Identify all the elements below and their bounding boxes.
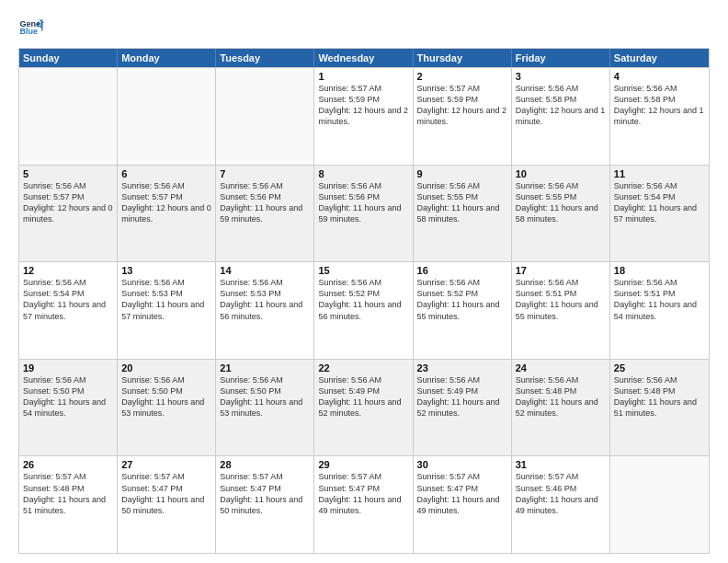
calendar-cell-9: 9Sunrise: 5:56 AM Sunset: 5:55 PM Daylig… bbox=[414, 166, 512, 262]
day-number: 30 bbox=[417, 459, 507, 470]
calendar-cell-16: 16Sunrise: 5:56 AM Sunset: 5:52 PM Dayli… bbox=[414, 262, 512, 359]
day-number: 3 bbox=[516, 71, 606, 82]
calendar-header: SundayMondayTuesdayWednesdayThursdayFrid… bbox=[19, 49, 709, 67]
weekday-header-saturday: Saturday bbox=[610, 49, 709, 67]
calendar-cell-21: 21Sunrise: 5:56 AM Sunset: 5:50 PM Dayli… bbox=[216, 360, 314, 456]
calendar-row-1: 1Sunrise: 5:57 AM Sunset: 5:59 PM Daylig… bbox=[19, 67, 709, 165]
calendar-cell-3: 3Sunrise: 5:56 AM Sunset: 5:58 PM Daylig… bbox=[512, 68, 610, 165]
day-number: 12 bbox=[23, 265, 113, 276]
day-number: 5 bbox=[23, 168, 113, 179]
cell-info: Sunrise: 5:57 AM Sunset: 5:47 PM Dayligh… bbox=[417, 471, 507, 516]
day-number: 6 bbox=[121, 168, 211, 179]
cell-info: Sunrise: 5:56 AM Sunset: 5:57 PM Dayligh… bbox=[121, 180, 211, 225]
calendar-cell-28: 28Sunrise: 5:57 AM Sunset: 5:47 PM Dayli… bbox=[216, 456, 314, 553]
day-number: 13 bbox=[121, 265, 211, 276]
calendar-row-5: 26Sunrise: 5:57 AM Sunset: 5:48 PM Dayli… bbox=[19, 455, 709, 553]
cell-info: Sunrise: 5:56 AM Sunset: 5:51 PM Dayligh… bbox=[516, 277, 606, 322]
calendar-cell-19: 19Sunrise: 5:56 AM Sunset: 5:50 PM Dayli… bbox=[19, 360, 118, 456]
cell-info: Sunrise: 5:56 AM Sunset: 5:56 PM Dayligh… bbox=[318, 180, 408, 225]
calendar-cell-2: 2Sunrise: 5:57 AM Sunset: 5:59 PM Daylig… bbox=[414, 68, 512, 165]
day-number: 18 bbox=[614, 265, 705, 276]
day-number: 23 bbox=[417, 362, 507, 373]
cell-info: Sunrise: 5:56 AM Sunset: 5:52 PM Dayligh… bbox=[417, 277, 507, 322]
calendar-cell-27: 27Sunrise: 5:57 AM Sunset: 5:47 PM Dayli… bbox=[118, 456, 216, 553]
calendar-cell-31: 31Sunrise: 5:57 AM Sunset: 5:46 PM Dayli… bbox=[512, 456, 610, 553]
calendar-row-4: 19Sunrise: 5:56 AM Sunset: 5:50 PM Dayli… bbox=[19, 359, 709, 456]
cell-info: Sunrise: 5:56 AM Sunset: 5:55 PM Dayligh… bbox=[516, 180, 606, 225]
day-number: 15 bbox=[318, 265, 408, 276]
calendar-cell-20: 20Sunrise: 5:56 AM Sunset: 5:50 PM Dayli… bbox=[118, 360, 216, 456]
day-number: 31 bbox=[516, 459, 606, 470]
day-number: 10 bbox=[516, 168, 606, 179]
weekday-header-monday: Monday bbox=[118, 49, 216, 67]
calendar-cell-4: 4Sunrise: 5:56 AM Sunset: 5:58 PM Daylig… bbox=[610, 68, 709, 165]
day-number: 21 bbox=[220, 362, 310, 373]
calendar-row-2: 5Sunrise: 5:56 AM Sunset: 5:57 PM Daylig… bbox=[19, 165, 709, 262]
day-number: 1 bbox=[318, 71, 408, 82]
calendar-cell-22: 22Sunrise: 5:56 AM Sunset: 5:49 PM Dayli… bbox=[314, 360, 413, 456]
calendar-cell-empty-2 bbox=[216, 68, 314, 165]
calendar-cell-8: 8Sunrise: 5:56 AM Sunset: 5:56 PM Daylig… bbox=[314, 166, 413, 262]
calendar-cell-23: 23Sunrise: 5:56 AM Sunset: 5:49 PM Dayli… bbox=[414, 360, 512, 456]
calendar-cell-13: 13Sunrise: 5:56 AM Sunset: 5:53 PM Dayli… bbox=[118, 262, 216, 359]
calendar-cell-7: 7Sunrise: 5:56 AM Sunset: 5:56 PM Daylig… bbox=[216, 166, 314, 262]
cell-info: Sunrise: 5:57 AM Sunset: 5:48 PM Dayligh… bbox=[23, 471, 113, 516]
calendar-cell-10: 10Sunrise: 5:56 AM Sunset: 5:55 PM Dayli… bbox=[512, 166, 610, 262]
day-number: 2 bbox=[417, 71, 507, 82]
calendar-cell-24: 24Sunrise: 5:56 AM Sunset: 5:48 PM Dayli… bbox=[512, 360, 610, 456]
cell-info: Sunrise: 5:56 AM Sunset: 5:55 PM Dayligh… bbox=[417, 180, 507, 225]
calendar-cell-30: 30Sunrise: 5:57 AM Sunset: 5:47 PM Dayli… bbox=[414, 456, 512, 553]
cell-info: Sunrise: 5:57 AM Sunset: 5:59 PM Dayligh… bbox=[417, 83, 507, 128]
calendar-body: 1Sunrise: 5:57 AM Sunset: 5:59 PM Daylig… bbox=[19, 67, 709, 553]
cell-info: Sunrise: 5:56 AM Sunset: 5:50 PM Dayligh… bbox=[23, 374, 113, 419]
day-number: 19 bbox=[23, 362, 113, 373]
cell-info: Sunrise: 5:56 AM Sunset: 5:52 PM Dayligh… bbox=[318, 277, 408, 322]
cell-info: Sunrise: 5:57 AM Sunset: 5:46 PM Dayligh… bbox=[516, 471, 606, 516]
cell-info: Sunrise: 5:57 AM Sunset: 5:47 PM Dayligh… bbox=[318, 471, 408, 516]
calendar-cell-18: 18Sunrise: 5:56 AM Sunset: 5:51 PM Dayli… bbox=[610, 262, 709, 359]
cell-info: Sunrise: 5:56 AM Sunset: 5:53 PM Dayligh… bbox=[121, 277, 211, 322]
day-number: 28 bbox=[220, 459, 310, 470]
weekday-header-thursday: Thursday bbox=[414, 49, 512, 67]
calendar-cell-6: 6Sunrise: 5:56 AM Sunset: 5:57 PM Daylig… bbox=[118, 166, 216, 262]
day-number: 25 bbox=[614, 362, 705, 373]
day-number: 22 bbox=[318, 362, 408, 373]
day-number: 26 bbox=[23, 459, 113, 470]
day-number: 24 bbox=[516, 362, 606, 373]
page: General Blue SundayMondayTuesdayWednesda… bbox=[0, 0, 728, 563]
calendar-cell-12: 12Sunrise: 5:56 AM Sunset: 5:54 PM Dayli… bbox=[19, 262, 118, 359]
calendar-cell-15: 15Sunrise: 5:56 AM Sunset: 5:52 PM Dayli… bbox=[314, 262, 413, 359]
weekday-header-friday: Friday bbox=[512, 49, 610, 67]
calendar-cell-29: 29Sunrise: 5:57 AM Sunset: 5:47 PM Dayli… bbox=[314, 456, 413, 553]
day-number: 8 bbox=[318, 168, 408, 179]
svg-text:Blue: Blue bbox=[19, 27, 38, 36]
day-number: 27 bbox=[121, 459, 211, 470]
day-number: 9 bbox=[417, 168, 507, 179]
calendar: SundayMondayTuesdayWednesdayThursdayFrid… bbox=[18, 48, 710, 554]
calendar-row-3: 12Sunrise: 5:56 AM Sunset: 5:54 PM Dayli… bbox=[19, 261, 709, 359]
cell-info: Sunrise: 5:56 AM Sunset: 5:50 PM Dayligh… bbox=[121, 374, 211, 419]
day-number: 17 bbox=[516, 265, 606, 276]
day-number: 14 bbox=[220, 265, 310, 276]
cell-info: Sunrise: 5:56 AM Sunset: 5:49 PM Dayligh… bbox=[417, 374, 507, 419]
cell-info: Sunrise: 5:56 AM Sunset: 5:56 PM Dayligh… bbox=[220, 180, 310, 225]
day-number: 29 bbox=[318, 459, 408, 470]
day-number: 16 bbox=[417, 265, 507, 276]
cell-info: Sunrise: 5:56 AM Sunset: 5:49 PM Dayligh… bbox=[318, 374, 408, 419]
cell-info: Sunrise: 5:57 AM Sunset: 5:47 PM Dayligh… bbox=[121, 471, 211, 516]
cell-info: Sunrise: 5:56 AM Sunset: 5:48 PM Dayligh… bbox=[516, 374, 606, 419]
weekday-header-tuesday: Tuesday bbox=[216, 49, 314, 67]
day-number: 4 bbox=[614, 71, 705, 82]
cell-info: Sunrise: 5:57 AM Sunset: 5:47 PM Dayligh… bbox=[220, 471, 310, 516]
cell-info: Sunrise: 5:56 AM Sunset: 5:50 PM Dayligh… bbox=[220, 374, 310, 419]
calendar-cell-11: 11Sunrise: 5:56 AM Sunset: 5:54 PM Dayli… bbox=[610, 166, 709, 262]
weekday-header-wednesday: Wednesday bbox=[314, 49, 413, 67]
calendar-cell-empty-6 bbox=[610, 456, 709, 553]
cell-info: Sunrise: 5:56 AM Sunset: 5:51 PM Dayligh… bbox=[614, 277, 705, 322]
day-number: 7 bbox=[220, 168, 310, 179]
cell-info: Sunrise: 5:56 AM Sunset: 5:58 PM Dayligh… bbox=[614, 83, 705, 128]
calendar-cell-17: 17Sunrise: 5:56 AM Sunset: 5:51 PM Dayli… bbox=[512, 262, 610, 359]
cell-info: Sunrise: 5:57 AM Sunset: 5:59 PM Dayligh… bbox=[318, 83, 408, 128]
day-number: 20 bbox=[121, 362, 211, 373]
cell-info: Sunrise: 5:56 AM Sunset: 5:48 PM Dayligh… bbox=[614, 374, 705, 419]
